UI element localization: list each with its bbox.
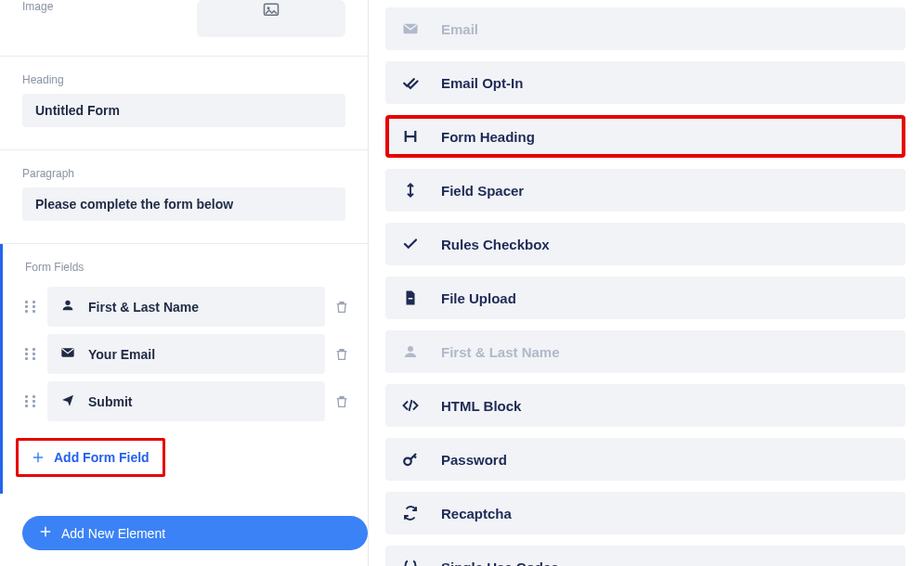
palette-item-field-spacer[interactable]: Field Spacer <box>385 169 905 212</box>
image-placeholder[interactable] <box>197 0 345 37</box>
form-field-submit[interactable]: Submit <box>47 381 325 421</box>
plus-icon <box>39 525 52 541</box>
image-section: Image <box>0 0 368 57</box>
heading-icon <box>402 128 419 145</box>
palette-item-password[interactable]: Password <box>385 438 905 481</box>
palette-item-label: HTML Block <box>441 398 521 414</box>
send-icon <box>60 392 75 410</box>
palette-item-rules-checkbox[interactable]: Rules Checkbox <box>385 223 905 265</box>
arrows-v-icon <box>402 182 419 199</box>
palette-item-email-opt-in[interactable]: Email Opt-In <box>385 61 905 104</box>
delete-button[interactable] <box>334 300 349 315</box>
image-icon <box>263 2 280 22</box>
palette-item-html-block[interactable]: HTML Block <box>385 384 905 427</box>
form-field-name[interactable]: First & Last Name <box>47 287 325 327</box>
form-field-row: Submit <box>3 378 368 425</box>
palette-item-label: First & Last Name <box>441 344 560 360</box>
heading-label: Heading <box>22 73 345 86</box>
user-icon <box>402 343 419 360</box>
drag-handle-icon[interactable] <box>25 395 38 408</box>
palette-item-form-heading[interactable]: Form Heading <box>385 115 905 158</box>
add-new-element-label: Add New Element <box>61 526 165 541</box>
file-icon <box>402 289 419 306</box>
paragraph-input[interactable]: Please complete the form below <box>22 187 345 221</box>
delete-button[interactable] <box>334 394 349 409</box>
add-form-field-button[interactable]: Add Form Field <box>16 438 165 477</box>
paragraph-label: Paragraph <box>22 167 345 180</box>
palette-item-file-upload[interactable]: File Upload <box>385 277 905 319</box>
field-palette: EmailEmail Opt-InForm HeadingField Space… <box>369 0 924 566</box>
heading-input[interactable]: Untitled Form <box>22 94 345 127</box>
palette-item-label: Password <box>441 452 507 468</box>
image-label: Image <box>22 0 53 13</box>
form-fields-label: Form Fields <box>3 261 368 283</box>
drag-handle-icon[interactable] <box>25 348 38 361</box>
key-icon <box>402 451 419 468</box>
form-field-row: First & Last Name <box>3 283 368 330</box>
form-field-label: Your Email <box>88 347 155 362</box>
form-field-label: Submit <box>88 394 132 409</box>
paragraph-section: Paragraph Please complete the form below <box>0 150 368 244</box>
add-form-field-label: Add Form Field <box>54 450 150 465</box>
palette-item-label: Email <box>441 21 478 37</box>
palette-item-label: Rules Checkbox <box>441 237 550 252</box>
plus-icon <box>32 451 45 464</box>
palette-item-first-last-name: First & Last Name <box>385 330 905 373</box>
palette-item-email: Email <box>385 7 905 50</box>
palette-item-recaptcha[interactable]: Recaptcha <box>385 492 905 534</box>
palette-item-label: Form Heading <box>441 129 535 145</box>
form-fields-section: Form Fields First & Last Name Your Email… <box>0 244 368 494</box>
code-icon <box>402 397 419 414</box>
palette-item-label: Single Use Codes <box>441 560 559 567</box>
check-double-icon <box>402 74 419 91</box>
form-field-email[interactable]: Your Email <box>47 334 325 374</box>
palette-item-label: Email Opt-In <box>441 75 523 91</box>
delete-button[interactable] <box>334 347 349 362</box>
palette-item-single-use-codes[interactable]: Single Use Codes <box>385 546 905 566</box>
sync-icon <box>402 505 419 521</box>
palette-item-label: Recaptcha <box>441 506 512 521</box>
form-field-row: Your Email <box>3 330 368 378</box>
envelope-icon <box>402 20 419 37</box>
left-panel: Image Heading Untitled Form Paragraph Pl… <box>0 0 369 566</box>
user-icon <box>60 298 75 315</box>
palette-item-label: File Upload <box>441 290 516 306</box>
form-field-label: First & Last Name <box>88 300 199 315</box>
add-new-element-button[interactable]: Add New Element <box>22 516 368 550</box>
drag-handle-icon[interactable] <box>25 301 38 314</box>
palette-item-label: Field Spacer <box>441 183 524 199</box>
braces-icon <box>402 559 419 566</box>
envelope-icon <box>60 345 75 363</box>
check-icon <box>402 236 419 252</box>
heading-section: Heading Untitled Form <box>0 57 368 150</box>
